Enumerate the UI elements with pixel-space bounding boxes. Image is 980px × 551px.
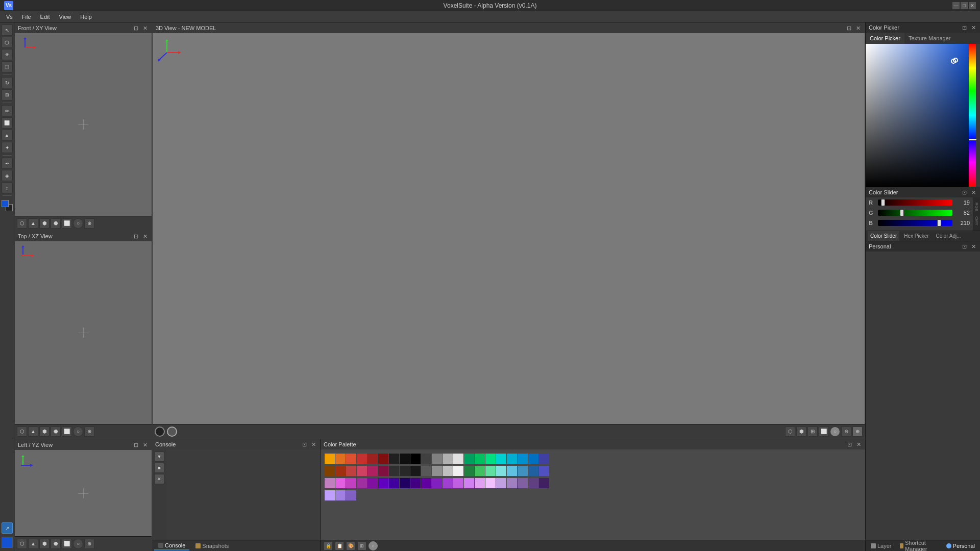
menu-help[interactable]: Help [76, 13, 96, 21]
swatch-3-11[interactable] [432, 478, 442, 488]
swatch-2-8[interactable] [400, 466, 410, 476]
swatch-1-18[interactable] [507, 454, 517, 464]
viewport-3d-expand[interactable]: ⊡ [845, 24, 852, 32]
tool-fill[interactable]: ▲ [2, 130, 13, 141]
vp-3d-tool-2[interactable]: ⬢ [796, 427, 806, 437]
swatch-3-5[interactable] [368, 478, 378, 488]
swatch-2-15[interactable] [475, 466, 485, 476]
viewport-front-close[interactable]: ✕ [141, 24, 149, 32]
swatch-4-1[interactable] [325, 490, 335, 500]
swatch-2-5[interactable] [368, 466, 378, 476]
swatch-2-16[interactable] [485, 466, 496, 476]
vp-front-tool-6[interactable]: ○ [73, 218, 83, 229]
swatch-3-6[interactable] [378, 478, 388, 488]
vp-left-tool-7[interactable]: ⊕ [84, 539, 94, 549]
swatch-2-9[interactable] [410, 466, 421, 476]
viewport-top-expand[interactable]: ⊡ [132, 233, 139, 240]
swatch-3-2[interactable] [335, 478, 346, 488]
hue-bar[interactable] [969, 44, 976, 187]
3d-btn-circle-1[interactable] [155, 427, 165, 437]
swatch-1-5[interactable] [368, 454, 378, 464]
color-swatch-bg[interactable] [2, 200, 13, 211]
vp-left-tool-1[interactable]: ⬡ [17, 539, 27, 549]
viewport-3d-close[interactable]: ✕ [854, 24, 862, 32]
swatch-3-18[interactable] [507, 478, 517, 488]
swatch-2-11[interactable] [432, 466, 442, 476]
swatch-3-12[interactable] [443, 478, 453, 488]
swatch-1-8[interactable] [400, 454, 410, 464]
swatch-2-17[interactable] [496, 466, 506, 476]
vp-3d-tool-1[interactable]: ⬡ [785, 427, 795, 437]
b-slider-track[interactable] [878, 220, 952, 226]
gradient-area[interactable] [866, 44, 980, 187]
swatch-1-2[interactable] [335, 454, 346, 464]
vp-top-tool-6[interactable]: ○ [73, 427, 83, 437]
palette-expand[interactable]: ⊡ [846, 441, 853, 448]
vp-top-tool-2[interactable]: ▲ [28, 427, 38, 437]
personal-panel-expand[interactable]: ⊡ [961, 243, 968, 250]
cp-tab-texture-manager[interactable]: Texture Manager [904, 33, 955, 44]
vp-top-tool-4[interactable]: ⬣ [51, 427, 61, 437]
swatch-3-7[interactable] [389, 478, 399, 488]
color-slider-expand[interactable]: ⊡ [961, 189, 968, 196]
vp-3d-tool-3[interactable]: ⊞ [807, 427, 818, 437]
right-tab-shortcut[interactable]: Shortcut Manager [897, 539, 941, 552]
swatch-3-19[interactable] [518, 478, 528, 488]
swatch-2-3[interactable] [346, 466, 356, 476]
swatch-3-14[interactable] [464, 478, 474, 488]
swatch-1-6[interactable] [378, 454, 388, 464]
color-slider-close[interactable]: ✕ [970, 189, 977, 196]
vp-top-tool-7[interactable]: ⊕ [84, 427, 94, 437]
vp-3d-tool-4[interactable]: ⬜ [819, 427, 829, 437]
active-color-display[interactable] [2, 537, 13, 548]
tool-pick[interactable]: ✦ [2, 142, 13, 153]
swatch-2-10[interactable] [421, 466, 431, 476]
console-btn-clear[interactable]: ✕ [154, 474, 164, 484]
vp-front-tool-2[interactable]: ▲ [28, 218, 38, 229]
palette-color-btn[interactable]: 🎨 [346, 541, 355, 550]
vp-left-tool-2[interactable]: ▲ [28, 539, 38, 549]
vp-3d-tool-5[interactable]: ○ [830, 427, 840, 437]
swatch-1-4[interactable] [357, 454, 367, 464]
swatch-2-13[interactable] [453, 466, 463, 476]
viewport-top-content[interactable] [15, 241, 152, 424]
swatch-3-3[interactable] [346, 478, 356, 488]
swatch-1-12[interactable] [443, 454, 453, 464]
r-slider-track[interactable] [878, 199, 952, 206]
viewport-left-content[interactable] [15, 450, 152, 536]
cst-tab-slider[interactable]: Color Slider [868, 231, 899, 241]
tool-select2[interactable]: ⬚ [2, 61, 13, 72]
swatch-3-15[interactable] [475, 478, 485, 488]
swatch-1-11[interactable] [432, 454, 442, 464]
swatch-2-12[interactable] [443, 466, 453, 476]
tool-face[interactable]: ⬡ [2, 37, 13, 48]
swatch-1-15[interactable] [475, 454, 485, 464]
viewport-top-close[interactable]: ✕ [141, 233, 149, 240]
console-tab-console[interactable]: Console [154, 541, 189, 550]
swatch-1-1[interactable] [325, 454, 335, 464]
slider-tab-cmy[interactable]: CMY [973, 214, 980, 228]
swatch-3-9[interactable] [410, 478, 421, 488]
swatch-3-17[interactable] [496, 478, 506, 488]
slider-tab-rgb[interactable]: RGB [973, 201, 980, 213]
console-content[interactable] [166, 449, 320, 540]
vp-left-tool-6[interactable]: ○ [73, 539, 83, 549]
3d-btn-circle-2[interactable] [167, 427, 177, 437]
console-btn-down[interactable]: ▼ [154, 452, 164, 462]
swatch-1-3[interactable] [346, 454, 356, 464]
tool-view[interactable]: 👁 [2, 49, 13, 60]
swatch-2-19[interactable] [518, 466, 528, 476]
viewport-front-content[interactable] [15, 33, 152, 216]
swatch-1-17[interactable] [496, 454, 506, 464]
swatch-3-16[interactable] [485, 478, 496, 488]
minimize-button[interactable]: — [952, 2, 960, 9]
swatch-4-2[interactable] [335, 490, 346, 500]
menu-vs[interactable]: Vs [2, 13, 17, 21]
swatch-1-20[interactable] [528, 454, 538, 464]
swatch-2-2[interactable] [335, 466, 346, 476]
viewport-left-close[interactable]: ✕ [141, 441, 149, 448]
menu-edit[interactable]: Edit [36, 13, 54, 21]
menu-view[interactable]: View [55, 13, 76, 21]
tool-move[interactable]: ↕ [2, 182, 13, 193]
swatch-2-1[interactable] [325, 466, 335, 476]
